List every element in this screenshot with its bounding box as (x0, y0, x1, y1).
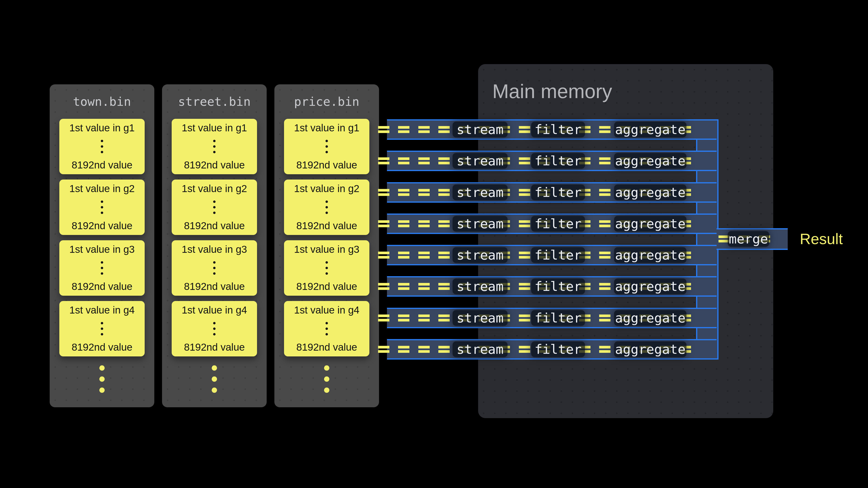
stage-chip-aggregate: aggregate (614, 153, 686, 169)
pipeline-row: streamfilteraggregate (387, 214, 717, 234)
group-ellipsis-icon (101, 322, 103, 335)
group-last-value-label: 8192nd value (72, 221, 132, 231)
stage-chip-stream: stream (453, 247, 507, 263)
stage-chip-filter: filter (531, 122, 585, 137)
value-group-box: 1st value in g18192nd value (59, 119, 145, 174)
group-first-value-label: 1st value in g2 (69, 184, 135, 194)
group-first-value-label: 1st value in g2 (294, 184, 360, 194)
group-first-value-label: 1st value in g4 (182, 305, 247, 316)
file-name-label: town.bin (50, 84, 154, 119)
stage-chip-filter: filter (531, 153, 585, 169)
group-last-value-label: 8192nd value (184, 221, 245, 231)
pipeline-row: streamfilteraggregate (387, 245, 717, 265)
merge-channel: merge (717, 228, 788, 250)
stage-chip-stream: stream (453, 216, 507, 232)
group-last-value-label: 8192nd value (296, 342, 357, 353)
stage-chip-aggregate: aggregate (614, 185, 686, 200)
stage-chip-aggregate: aggregate (614, 122, 686, 137)
group-ellipsis-icon (326, 322, 328, 335)
group-ellipsis-icon (101, 140, 103, 153)
pipeline-row: streamfilteraggregate (387, 151, 717, 171)
stage-chip-filter: filter (531, 247, 585, 263)
file-panel-street-bin: street.bin1st value in g18192nd value1st… (162, 84, 267, 407)
file-panel-town-bin: town.bin1st value in g18192nd value1st v… (50, 84, 154, 407)
stage-chip-aggregate: aggregate (614, 247, 686, 263)
group-first-value-label: 1st value in g3 (182, 244, 247, 255)
more-groups-ellipsis-icon (99, 365, 105, 393)
group-first-value-label: 1st value in g3 (69, 244, 135, 255)
value-group-box: 1st value in g38192nd value (59, 240, 145, 296)
group-first-value-label: 1st value in g4 (69, 305, 135, 316)
more-groups-ellipsis-icon (324, 365, 329, 393)
stage-chip-merge: merge (728, 231, 769, 247)
value-group-box: 1st value in g38192nd value (284, 240, 369, 296)
stage-chip-filter: filter (531, 185, 585, 200)
group-ellipsis-icon (101, 261, 103, 275)
stage-chip-stream: stream (453, 122, 507, 137)
file-name-label: price.bin (274, 84, 379, 119)
stage-chip-stream: stream (453, 279, 507, 294)
group-ellipsis-icon (326, 261, 328, 275)
main-memory-title: Main memory (492, 82, 612, 101)
stage-chip-filter: filter (531, 341, 585, 357)
stage-chip-aggregate: aggregate (614, 279, 686, 294)
stage-chip-filter: filter (531, 310, 585, 326)
group-ellipsis-icon (326, 140, 328, 153)
group-first-value-label: 1st value in g4 (294, 305, 360, 316)
group-ellipsis-icon (213, 261, 216, 275)
group-first-value-label: 1st value in g1 (69, 123, 135, 133)
group-ellipsis-icon (213, 200, 216, 214)
group-last-value-label: 8192nd value (296, 221, 357, 231)
group-last-value-label: 8192nd value (72, 160, 132, 170)
value-group-box: 1st value in g48192nd value (284, 301, 369, 356)
value-group-box: 1st value in g28192nd value (59, 180, 145, 235)
value-group-box: 1st value in g38192nd value (172, 240, 257, 296)
stage-chip-aggregate: aggregate (614, 341, 686, 357)
group-ellipsis-icon (101, 200, 103, 214)
value-group-box: 1st value in g18192nd value (172, 119, 257, 174)
pipeline-row: streamfilteraggregate (387, 182, 717, 203)
pipeline-row: streamfilteraggregate (387, 308, 717, 328)
group-last-value-label: 8192nd value (296, 281, 357, 292)
group-first-value-label: 1st value in g3 (294, 244, 360, 255)
group-last-value-label: 8192nd value (72, 342, 132, 353)
stage-chip-aggregate: aggregate (614, 310, 686, 326)
group-last-value-label: 8192nd value (184, 160, 245, 170)
value-group-box: 1st value in g28192nd value (172, 180, 257, 235)
group-ellipsis-icon (213, 140, 216, 153)
group-ellipsis-icon (326, 200, 328, 214)
value-group-box: 1st value in g48192nd value (59, 301, 145, 356)
file-name-label: street.bin (162, 84, 267, 119)
value-group-box: 1st value in g48192nd value (172, 301, 257, 356)
diagram-canvas: Main memory merge Result town.bin1st val… (0, 0, 868, 488)
group-first-value-label: 1st value in g2 (182, 184, 247, 194)
group-last-value-label: 8192nd value (296, 160, 357, 170)
stage-chip-aggregate: aggregate (614, 216, 686, 232)
group-last-value-label: 8192nd value (72, 281, 132, 292)
result-label: Result (800, 231, 843, 247)
stage-chip-stream: stream (453, 153, 507, 169)
stage-chip-stream: stream (453, 185, 507, 200)
group-first-value-label: 1st value in g1 (182, 123, 247, 133)
stage-chip-filter: filter (531, 216, 585, 232)
pipeline-row: streamfilteraggregate (387, 119, 717, 140)
group-ellipsis-icon (213, 322, 216, 335)
stage-chip-filter: filter (531, 279, 585, 294)
more-groups-ellipsis-icon (212, 365, 217, 393)
group-last-value-label: 8192nd value (184, 281, 245, 292)
group-last-value-label: 8192nd value (184, 342, 245, 353)
pipeline-row: streamfilteraggregate (387, 276, 717, 297)
stage-chip-stream: stream (453, 341, 507, 357)
group-first-value-label: 1st value in g1 (294, 123, 360, 133)
pipeline-row: streamfilteraggregate (387, 339, 717, 360)
value-group-box: 1st value in g28192nd value (284, 180, 369, 235)
file-panel-price-bin: price.bin1st value in g18192nd value1st … (274, 84, 379, 407)
value-group-box: 1st value in g18192nd value (284, 119, 369, 174)
stage-chip-stream: stream (453, 310, 507, 326)
